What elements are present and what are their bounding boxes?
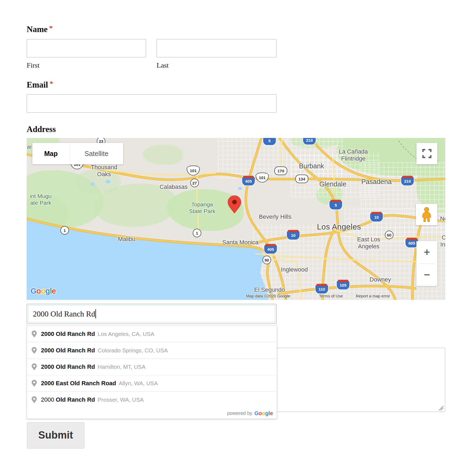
name-required-asterisk: * (49, 24, 53, 32)
route-shield-110: 110 (316, 285, 328, 294)
autocomplete-suggestion[interactable]: 2000 Old Ranch Rd Hamilton, MT, USA (27, 359, 277, 375)
map-label: Malibu (118, 236, 136, 243)
email-required-asterisk: * (50, 80, 53, 88)
map-label: Pasadena (361, 178, 392, 186)
google-logo-letter: G (30, 287, 36, 295)
route-shield-60: 60 (385, 231, 393, 239)
map-type-map-button[interactable]: Map (32, 143, 70, 164)
autocomplete-suggestion[interactable]: 2000 East Old Ranch Road Allyn, WA, USA (27, 375, 277, 391)
map-label: La CañadaFlintridge (339, 148, 368, 162)
google-logo-letter: g (265, 410, 268, 416)
submit-button[interactable]: Submit (27, 422, 84, 449)
address-field-label: Address (27, 124, 56, 134)
route-shield-10: 10 (287, 231, 300, 240)
map-type-satellite-button[interactable]: Satellite (70, 143, 123, 164)
route-shield-134: 134 (295, 175, 308, 183)
address-input-value: 2000 Old Ranch Rd (27, 304, 276, 324)
google-brand-logo: Google (254, 410, 273, 416)
place-pin-icon (31, 380, 37, 387)
fullscreen-icon (422, 149, 431, 158)
place-pin-icon (31, 330, 37, 338)
map-label: In (440, 241, 445, 248)
route-shield-405: 405 (242, 177, 255, 186)
last-sublabel: Last (157, 61, 169, 70)
route-shield-10: 10 (370, 213, 383, 222)
place-pin-icon (31, 396, 37, 404)
email-field-label: Email* (27, 80, 53, 90)
name-label-text: Name (27, 25, 47, 34)
map-label: Downey (369, 276, 391, 283)
route-shield-27: 27 (190, 179, 199, 187)
route-shield-405: 405 (264, 245, 277, 254)
terms-of-use-link[interactable]: Terms of Use (319, 294, 343, 298)
map-data-attribution: Map data ©2020 Google (246, 294, 290, 298)
name-field-label: Name* (27, 24, 53, 34)
map-label: Burbank (299, 162, 324, 170)
map-marker-pin (227, 195, 241, 214)
zoom-out-button[interactable]: − (416, 264, 437, 286)
route-shield-105: 105 (337, 281, 350, 290)
map-label: ar (27, 144, 32, 150)
route-shield-101: 101 (187, 166, 200, 176)
google-logo[interactable]: Google (30, 287, 56, 296)
route-shield-170: 170 (274, 166, 287, 175)
email-label-text: Email (27, 80, 48, 89)
google-map-canvas[interactable]: arThousandOaksCalabasasint Muguate ParkT… (27, 138, 445, 300)
route-shield-210: 210 (303, 138, 316, 145)
route-shield-5: 5 (263, 138, 276, 145)
route-shield-1: 1 (60, 226, 69, 235)
autocomplete-suggestion[interactable]: 2000 Old Ranch Rd Colorado Springs, CO, … (27, 342, 277, 359)
map-label: C (442, 234, 445, 241)
map-label: East LosAngeles (357, 236, 380, 250)
route-shield-101: 101 (256, 173, 269, 183)
report-map-error-link[interactable]: Report a map error (356, 294, 390, 298)
map-label: No (440, 215, 445, 222)
google-logo-letter: g (45, 287, 50, 295)
map-label: Inglewood (281, 266, 308, 273)
first-sublabel: First (27, 61, 40, 70)
first-name-input[interactable] (27, 39, 146, 57)
map-label: int Muguate Park (30, 193, 52, 206)
autocomplete-suggestion[interactable]: 2000 Old Ranch Rd Prosser, WA, USA (27, 391, 277, 408)
route-shield-210: 210 (401, 177, 414, 186)
textarea-resize-handle[interactable] (439, 406, 443, 410)
map-label: Santa Monica (222, 239, 259, 246)
map-label: Glendale (319, 180, 346, 188)
google-logo-letter: e (270, 410, 273, 416)
place-pin-icon (31, 347, 37, 354)
pegman-icon (421, 207, 432, 222)
fullscreen-button[interactable] (416, 143, 437, 164)
powered-by-google: powered by Google (27, 408, 277, 419)
zoom-control: + − (416, 241, 437, 286)
map-label: Beverly Hills (259, 213, 291, 220)
map-label: Calabasas (160, 183, 188, 190)
google-logo-letter: o (36, 287, 41, 295)
map-label: TopangaState Park (189, 201, 215, 214)
google-logo-letter: o (41, 287, 45, 295)
last-name-input[interactable] (157, 39, 277, 57)
route-shield-5: 5 (330, 201, 342, 210)
powered-by-text: powered by (227, 411, 252, 416)
place-pin-icon (31, 363, 37, 371)
map-label: El Segundo (254, 286, 285, 293)
text-cursor (95, 309, 96, 318)
map-label: ThousandOaks (91, 164, 117, 178)
email-input[interactable] (27, 94, 277, 113)
google-logo-letter: e (52, 287, 56, 295)
map-label: Los Angeles (317, 222, 361, 232)
google-logo-letter: l (50, 287, 52, 295)
address-input[interactable]: 2000 Old Ranch Rd (27, 304, 277, 324)
map-type-control: MapSatellite (32, 143, 123, 164)
google-logo-letter: o (259, 410, 262, 416)
google-logo-letter: o (262, 410, 265, 416)
google-logo-letter: G (254, 410, 259, 416)
autocomplete-suggestion[interactable]: 2000 Old Ranch Rd Los Angeles, CA, USA (27, 326, 277, 342)
zoom-in-button[interactable]: + (416, 241, 437, 263)
address-autocomplete-dropdown: 2000 Old Ranch Rd Los Angeles, CA, USA 2… (27, 325, 277, 419)
route-shield-1: 1 (193, 229, 201, 237)
route-shield-90: 90 (262, 256, 271, 264)
pegman-control[interactable] (416, 204, 437, 225)
